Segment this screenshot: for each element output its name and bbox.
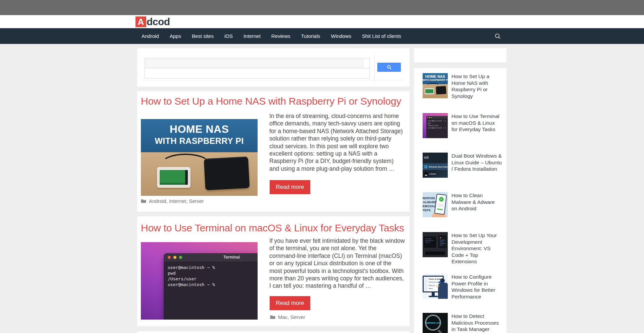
keyboard-graphic (425, 252, 445, 255)
thumb-text-line: MALWARE (423, 200, 436, 204)
post-title-link[interactable]: How to Use Terminal on macOS & Linux for… (451, 113, 502, 138)
button-graphic (429, 288, 433, 289)
monitor-base (429, 296, 438, 297)
malware-exe-label: malware.exe (425, 321, 441, 324)
nas-image-banner: HOME NAS WITH RASPBERRY PI (141, 119, 258, 152)
sidebar-post[interactable]: user@macintosh ~ % pwd /Users/user user@… (423, 113, 502, 138)
category-line: Mac, Server (270, 314, 305, 320)
code-line (440, 241, 444, 242)
settings-sidebar (424, 277, 428, 291)
nav-item-shit-list[interactable]: Shit List of clients (357, 28, 407, 44)
post-title-link[interactable]: How to Configure Power Profile in Window… (451, 274, 502, 300)
linux-penguin-icon (424, 172, 428, 176)
article-excerpt: In the era of streaming, cloud-concerns … (269, 112, 405, 172)
zoom-dot (179, 256, 182, 259)
read-more-button[interactable]: Read more (270, 296, 310, 310)
windows-logo-icon (424, 165, 427, 168)
terminal-window-graphic: Terminal user@macintosh ~ % pwd /Users/u… (164, 253, 258, 320)
code-line (425, 240, 434, 241)
top-gray-bar (0, 0, 644, 15)
search-submit-button[interactable] (377, 63, 401, 72)
sidebar-post[interactable]: svchost.exe 1,204 K explorer.exe 8,551 K… (423, 313, 502, 333)
sidebar-post[interactable]: HOME NAS WITH RASPBERRY PI How to Set Up… (423, 73, 502, 99)
monitor-graphic (423, 236, 437, 248)
post-thumbnail[interactable] (423, 232, 448, 257)
post-title-link[interactable]: How to Detect Malicious Processes in Tas… (451, 313, 502, 333)
zoom-dot (431, 117, 432, 118)
search-box-frame (145, 58, 370, 78)
nav-item-ios[interactable]: iOS (219, 28, 238, 44)
post-thumbnail[interactable]: user@macintosh ~ % pwd /Users/user user@… (423, 113, 448, 138)
monitor-stand (432, 292, 435, 296)
article-title-link[interactable]: How to Set Up a Home NAS with Raspberry … (141, 96, 407, 107)
person-head (440, 278, 445, 283)
code-line (440, 243, 446, 244)
raspberry-pi-graphic (157, 167, 191, 188)
article-card-terminal: How to Use Terminal on macOS & Linux for… (137, 216, 410, 326)
search-box-lower-row (145, 68, 370, 78)
terminal-line: user@macintosh ~ % (428, 120, 448, 122)
nav-item-internet[interactable]: Internet (238, 28, 266, 44)
nav-item-reviews[interactable]: Reviews (266, 28, 296, 44)
sidebar-empty-widget (414, 48, 506, 62)
sidebar-post[interactable]: oot Windows Boot Manager Linux Dual Boot… (423, 153, 502, 178)
post-thumbnail[interactable]: svchost.exe 1,204 K explorer.exe 8,551 K… (423, 313, 448, 333)
nav-item-tutorials[interactable]: Tutorials (296, 28, 326, 44)
terminal-thumb-output: user@macintosh ~ % pwd /Users/user user@… (426, 119, 448, 129)
post-title-link[interactable]: How to Set Up Your Development Environme… (451, 232, 502, 265)
nav-item-android[interactable]: Android (136, 28, 164, 44)
boot-row-label: Linux (429, 172, 436, 175)
post-thumbnail[interactable]: oot Windows Boot Manager Linux (423, 153, 448, 178)
article-featured-image[interactable]: HOME NAS WITH RASPBERRY PI (141, 119, 258, 196)
post-thumbnail[interactable]: HOME NAS WITH RASPBERRY PI (423, 73, 448, 98)
nav-search-button[interactable] (490, 28, 505, 44)
sidebar-post[interactable]: ANDROID MALWARE REMOVAL STEPS ✓ How to C… (423, 192, 502, 217)
boot-row-label: Windows Boot Manager (429, 166, 448, 168)
article-featured-image[interactable]: Terminal user@macintosh ~ % pwd /Users/u… (141, 242, 258, 320)
category-links[interactable]: Mac, Server (278, 314, 305, 320)
category-line: Android, Internet, Server (141, 198, 204, 204)
article-title-link[interactable]: How to Use Terminal on macOS & Linux for… (141, 222, 407, 234)
terminal-line: pwd (168, 270, 258, 276)
nav-item-best-sites[interactable]: Best sites (186, 28, 219, 44)
linux-boot-row: Linux (424, 172, 436, 176)
pointing-hand (436, 286, 439, 287)
category-links[interactable]: Android, Internet, Server (149, 198, 204, 204)
magnifier-handle (437, 329, 444, 333)
thumb-text-line: ANDROID (423, 196, 436, 200)
article-excerpt: If you have ever felt intimidated by the… (269, 237, 405, 290)
sidebar-post[interactable]: Power & battery High performance Balance… (423, 274, 502, 300)
article-card-partial (137, 331, 410, 333)
phone-line (438, 204, 443, 205)
windows-boot-row: Windows Boot Manager (423, 163, 448, 170)
post-title-link[interactable]: How to Set Up a Home NAS with Raspberry … (451, 73, 502, 99)
phone-graphic: ✓ (434, 193, 447, 215)
search-input[interactable] (146, 59, 364, 67)
nav-item-windows[interactable]: Windows (325, 28, 357, 44)
nav-menu: Android Apps Best sites iOS Internet Rev… (136, 28, 407, 44)
search-widget-card (137, 48, 410, 87)
minimize-dot (173, 256, 176, 259)
raspberry-pi-graphic (425, 88, 434, 94)
shield-check-icon: ✓ (439, 197, 444, 202)
post-thumbnail[interactable]: ANDROID MALWARE REMOVAL STEPS ✓ (423, 192, 448, 217)
post-title-link[interactable]: How to Clean Malware & Adware on Android (451, 192, 502, 217)
nas-banner-line2: WITH RASPBERRY PI (141, 136, 258, 146)
close-dot (168, 256, 171, 259)
search-icon (387, 65, 392, 70)
read-more-button[interactable]: Read more (270, 180, 310, 194)
main-navigation: Android Apps Best sites iOS Internet Rev… (0, 28, 644, 44)
nas-thumb-line2: WITH RASPBERRY PI (423, 78, 448, 81)
logo-badge: A (136, 16, 146, 27)
sidebar-post[interactable]: How to Set Up Your Development Environme… (423, 232, 502, 265)
site-logo[interactable]: A dcod (136, 16, 170, 27)
nav-item-apps[interactable]: Apps (164, 28, 186, 44)
terminal-thumb-window: user@macintosh ~ % pwd /Users/user user@… (426, 116, 448, 138)
terminal-titlebar: Terminal (164, 253, 258, 262)
post-title-link[interactable]: Dual Boot Windows & Linux Guide – Ubuntu… (451, 153, 502, 178)
phone-line (437, 206, 443, 207)
person-graphic (438, 283, 448, 299)
terminal-line: /Users/user (428, 124, 448, 127)
post-thumbnail[interactable]: Power & battery High performance Balance… (423, 274, 448, 299)
close-dot (427, 117, 428, 118)
